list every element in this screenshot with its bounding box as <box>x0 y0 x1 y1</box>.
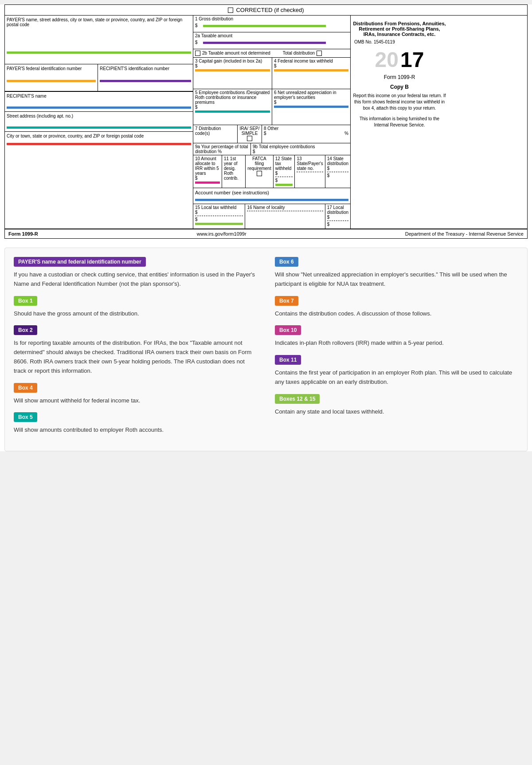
box2a-dollar: $ <box>193 39 350 49</box>
copy-b-title: Copy B <box>352 84 446 90</box>
box9b-label: 9b Total employee contributions <box>253 144 315 149</box>
box4-dollar: $ <box>274 63 277 68</box>
box1-value-bar <box>203 25 326 27</box>
box2b-right: Total distribution <box>283 51 322 56</box>
total-dist-label: Total distribution <box>283 51 315 55</box>
box14-label: 14 State distribution <box>327 156 348 166</box>
box15-dollar2: $ <box>195 217 198 222</box>
box6-dollar: $ <box>274 100 277 105</box>
ira-sep-box: IRA/ SEP/ SIMPLE <box>238 125 262 143</box>
middle-column: 1 Gross distribution $ 2a Taxable amount… <box>193 16 351 229</box>
fatca-box: FATCA filing requirement <box>246 155 273 188</box>
box17-label: 17 Local distribution <box>327 205 348 215</box>
exp-box6: Box 6 Will show "Net unrealized apprecia… <box>275 257 518 289</box>
badge-box10: Box 10 <box>275 325 301 335</box>
box7: 7 Distribution code(s) <box>193 125 238 143</box>
box13: 13 State/Payer's state no. <box>295 155 325 188</box>
ira-checkbox[interactable] <box>247 136 252 141</box>
badge-payer: PAYER'S name and federal identification … <box>14 257 146 267</box>
box4-label: 4 Federal income tax withheld <box>274 59 333 63</box>
exp-right: Box 6 Will show "Net unrealized apprecia… <box>275 257 518 442</box>
payer-name-bar <box>7 51 191 54</box>
account-label: Account number (see instructions) <box>195 190 269 195</box>
box7-label: 7 Distribution code(s) <box>195 126 221 136</box>
text-box11: Contains the first year of participation… <box>275 368 518 387</box>
box12-dollar2: $ <box>275 178 278 183</box>
form-footer: Form 1099-R www.irs.gov/form1099r Depart… <box>5 229 527 238</box>
box2a-row: 2a Taxable amount $ <box>193 32 350 49</box>
box5: 5 Employee contributions /Designated Rot… <box>193 89 272 125</box>
box5-bar <box>195 110 270 113</box>
ira-sep-label: IRA/ SEP/ SIMPLE <box>239 126 259 136</box>
badge-box6: Box 6 <box>275 257 298 267</box>
box1-dollar: $ <box>193 22 350 32</box>
city-bar <box>7 143 191 145</box>
box11-label: 11 1st year of desig. Roth contrib. <box>224 156 239 181</box>
box16-dashed <box>247 211 323 211</box>
account-bar <box>195 199 348 201</box>
year-suffix: 17 <box>400 47 424 72</box>
box9b-dollar: $ <box>253 149 255 154</box>
boxes-9a-9b: 9a Your percentage of total distribution… <box>193 143 350 155</box>
badge-box4: Box 4 <box>14 383 37 393</box>
form-label: Form 1099-R <box>352 74 446 80</box>
payer-name-label: PAYER'S name, street address, city or to… <box>7 17 182 27</box>
corrected-label: CORRECTED (if checked) <box>236 7 304 13</box>
exp-box4: Box 4 Will show amount withheld for fede… <box>14 383 257 406</box>
box17-dollar: $ <box>327 215 330 220</box>
box5-dollar: $ <box>195 105 198 110</box>
text-box4: Will show amount withheld for federal in… <box>14 396 257 406</box>
text-box7: Contains the distribution codes. A discu… <box>275 309 518 319</box>
fatca-checkbox[interactable] <box>257 171 262 176</box>
irs-notice: This information is being furnished to t… <box>352 116 446 128</box>
boxes-7-8: 7 Distribution code(s) IRA/ SEP/ SIMPLE … <box>193 125 350 143</box>
corrected-header: CORRECTED (if checked) <box>5 5 527 16</box>
box2b-left: 2b Taxable amount not determined <box>195 51 270 56</box>
box3-bar <box>195 69 270 71</box>
text-box2: Is for reporting taxable amounts of the … <box>14 339 257 375</box>
box3: 3 Capital gain (included in box 2a) $ <box>193 58 272 89</box>
payer-name-box: PAYER'S name, street address, city or to… <box>5 16 193 64</box>
boxes-15-17: 15 Local tax withheld $ $ 16 Name of loc… <box>193 204 350 229</box>
box12-label: 12 State tax withheld <box>275 156 292 171</box>
exp-box1: Box 1 Should have the gross amount of th… <box>14 296 257 319</box>
explanation-grid: PAYER'S name and federal identification … <box>14 257 518 442</box>
explanation-section: PAYER'S name and federal identification … <box>4 248 528 451</box>
city-label: City or town, state or province, country… <box>7 134 144 138</box>
badge-box1: Box 1 <box>14 296 37 306</box>
box14-dashed <box>327 172 348 172</box>
recipient-id-box: RECIPIENT'S identification number <box>98 64 193 91</box>
footer-url: www.irs.gov/form1099r <box>197 231 246 237</box>
box2a-dollar-sign: $ <box>195 40 198 45</box>
box2a-label: 2a Taxable amount <box>195 33 232 38</box>
box10-bar <box>195 181 220 184</box>
box17-dashed <box>327 221 348 221</box>
box3-label: 3 Capital gain (included in box 2a) <box>195 59 262 63</box>
box9b: 9b Total employee contributions $ <box>251 143 350 155</box>
taxable-not-determined-checkbox[interactable] <box>195 51 200 56</box>
text-payer: If you have a custodian or check cutting… <box>14 270 257 289</box>
box8-dollar: $ <box>264 131 266 136</box>
badge-box7: Box 7 <box>275 296 298 306</box>
total-dist-checkbox[interactable] <box>317 51 322 56</box>
account-row: Account number (see instructions) <box>193 188 350 204</box>
right-title: Distributions From Pensions, Annuities, … <box>352 21 446 37</box>
boxes-3-4: 3 Capital gain (included in box 2a) $ 4 … <box>193 58 350 89</box>
recipient-name-label: RECIPIENT'S name <box>7 94 47 99</box>
footer-form: Form 1099-R <box>8 231 38 237</box>
boxes-5-6: 5 Employee contributions /Designated Rot… <box>193 89 350 125</box>
text-box5: Will show amounts contributed to employe… <box>14 426 257 435</box>
exp-box10: Box 10 Indicates in-plan Roth rollovers … <box>275 325 518 348</box>
omb-label: OMB No. 1545-0119 <box>354 39 395 44</box>
payer-id-label: PAYER'S federal identification number <box>7 66 82 71</box>
right-column: Distributions From Pensions, Annuities, … <box>351 16 448 229</box>
box12-dashed <box>275 177 293 177</box>
text-box1: Should have the gross amount of the dist… <box>14 309 257 319</box>
box14-dollar: $ <box>327 166 330 171</box>
box12-bar <box>275 184 293 186</box>
box3-dollar: $ <box>195 63 198 68</box>
box12: 12 State tax withheld $ $ <box>274 155 295 188</box>
corrected-checkbox[interactable] <box>228 8 233 13</box>
text-box6: Will show "Net unrealized appreciation i… <box>275 270 518 289</box>
city-box: City or town, state or province, country… <box>5 132 193 148</box>
